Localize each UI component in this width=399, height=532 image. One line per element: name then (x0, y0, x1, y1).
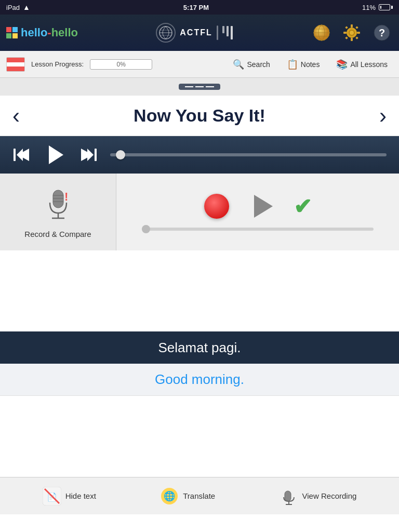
level-bars (222, 26, 233, 39)
svg-rect-44 (285, 491, 291, 501)
accept-btn[interactable]: ✔ (294, 194, 312, 219)
extra-space (0, 396, 399, 477)
svg-marker-28 (49, 145, 63, 164)
translate-btn[interactable]: 🌐 Translate (160, 487, 215, 506)
menu-bar (0, 78, 399, 96)
record-progress-bar[interactable] (142, 228, 374, 231)
svg-rect-17 (355, 26, 358, 29)
actfl-logo (156, 23, 176, 43)
status-left: iPad ▲ (6, 3, 30, 11)
device-label: iPad (6, 4, 20, 11)
next-arrow[interactable]: › (379, 103, 387, 128)
settings-icon-btn[interactable] (341, 22, 363, 44)
main-title: Now You Say It! (134, 105, 265, 126)
status-time: 5:17 PM (183, 4, 209, 11)
player-progress-slider[interactable] (110, 153, 387, 156)
flag-icon (6, 57, 25, 72)
translation-phrase-bar: Good morning. (0, 364, 399, 396)
player-bar (0, 136, 399, 174)
search-btn[interactable]: 🔍 Search (228, 56, 275, 73)
all-lessons-label: All Lessons (350, 60, 388, 69)
lesson-progress-label: Lesson Progress: (31, 60, 84, 68)
notes-icon: 📋 (287, 59, 298, 70)
svg-rect-14 (343, 32, 347, 34)
svg-marker-31 (87, 149, 94, 161)
bottom-toolbar: 📄 Hide text 🌐 Translate View Recording (0, 477, 399, 514)
app-header: hello-hello ACTFL (0, 15, 399, 51)
record-controls: ✔ (204, 194, 312, 219)
skip-back-btn[interactable] (12, 145, 31, 164)
skip-fwd-btn[interactable] (79, 145, 98, 164)
record-section: ! Record & Compare ✔ (0, 174, 399, 250)
svg-rect-19 (355, 36, 358, 39)
notes-btn[interactable]: 📋 Notes (282, 56, 325, 73)
record-compare-label: Record & Compare (24, 230, 91, 238)
header-icons: ? (311, 22, 393, 44)
search-icon: 🔍 (233, 59, 244, 70)
app-logo: hello-hello (6, 26, 78, 39)
status-right: 11% (362, 4, 393, 11)
svg-rect-32 (53, 190, 63, 208)
view-recording-btn[interactable]: View Recording (280, 487, 357, 506)
globe-icon-btn[interactable] (311, 22, 332, 44)
svg-text:🌐: 🌐 (164, 490, 176, 502)
hide-text-label: Hide text (65, 491, 96, 500)
svg-text:!: ! (64, 190, 68, 203)
svg-text:?: ? (379, 27, 385, 38)
hide-text-btn[interactable]: 📄 Hide text (43, 487, 96, 506)
status-bar: iPad ▲ 5:17 PM 11% (0, 0, 399, 15)
wifi-icon: ▲ (23, 3, 30, 11)
content-spacer (0, 250, 399, 331)
progress-bar: 0% (90, 59, 152, 70)
svg-rect-16 (345, 26, 348, 29)
svg-rect-13 (351, 38, 353, 41)
svg-rect-29 (95, 149, 97, 161)
main-phrase-bar: Selamat pagi. (0, 331, 399, 364)
svg-marker-27 (17, 149, 23, 161)
battery-icon (379, 4, 393, 10)
main-phrase-text: Selamat pagi. (158, 340, 241, 356)
all-lessons-btn[interactable]: 📚 All Lessons (331, 56, 393, 73)
header-divider (217, 25, 218, 40)
search-label: Search (247, 60, 270, 69)
mic-icon: ! (42, 186, 75, 225)
progress-value: 0% (117, 61, 126, 68)
svg-point-22 (350, 31, 354, 35)
translation-phrase-text: Good morning. (155, 371, 244, 388)
record-progress-thumb (142, 225, 150, 233)
view-recording-label: View Recording (302, 491, 357, 500)
battery-percent: 11% (362, 4, 376, 11)
record-controls-panel: ✔ (116, 174, 399, 250)
play-btn[interactable] (44, 143, 66, 166)
record-compare-btn[interactable]: ! Record & Compare (0, 174, 116, 250)
all-lessons-icon: 📚 (336, 59, 348, 70)
help-icon-btn[interactable]: ? (371, 22, 393, 44)
prev-arrow[interactable]: ‹ (12, 103, 20, 128)
record-button[interactable] (204, 194, 229, 219)
hamburger-menu-btn[interactable] (179, 84, 220, 90)
svg-rect-25 (14, 149, 16, 161)
svg-rect-15 (357, 32, 360, 34)
svg-rect-18 (345, 36, 348, 39)
notes-label: Notes (301, 60, 320, 69)
play-recording-btn[interactable] (250, 195, 273, 218)
player-slider-thumb (116, 150, 125, 159)
header-center: ACTFL (156, 23, 232, 43)
svg-rect-12 (351, 24, 353, 28)
translate-label: Translate (183, 491, 215, 500)
actfl-label: ACTFL (180, 28, 212, 37)
main-layout: ‹ Now You Say It! › (0, 78, 399, 514)
main-title-bar: ‹ Now You Say It! › (0, 96, 399, 136)
toolbar: Lesson Progress: 0% 🔍 Search 📋 Notes 📚 A… (0, 51, 399, 78)
